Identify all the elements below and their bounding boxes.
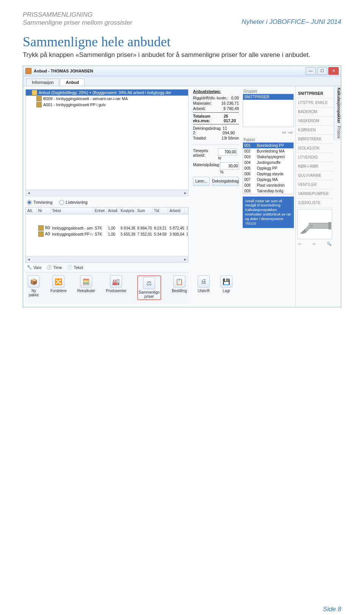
app-icon: [25, 68, 31, 74]
header-right: Nyheter i JOBOFFICE– JUNI 2014: [242, 18, 341, 26]
cat-item[interactable]: GULVVARME: [297, 171, 333, 180]
wrench-icon: 🔧: [27, 265, 32, 270]
body-text: Trykk på knappen «Sammenlign priser» i a…: [23, 51, 341, 59]
package-icon: [36, 102, 42, 107]
cat-item-active[interactable]: SNITTPRISER: [297, 89, 333, 98]
action-icon: 📦: [28, 275, 40, 288]
action-icon: 📋: [173, 275, 185, 288]
dekningsbidrag-button[interactable]: Dekningsbidrag: [212, 177, 239, 186]
pakke-item[interactable]: 003Stake/spylegren/: [243, 154, 293, 160]
cat-item[interactable]: SJEKKLISTE: [297, 198, 333, 208]
radio-listevisning[interactable]: Listevisning: [59, 200, 87, 205]
action-rekalkuler[interactable]: 🧮Rekalkuler: [77, 275, 95, 300]
package-icon: [36, 96, 42, 101]
page-title: Sammenligne hele anbudet: [23, 34, 341, 50]
window-title: Anbud - THOMAS JOHANSEN: [34, 69, 306, 73]
item-grid[interactable]: Alt. Nr Tekst Enhet Antall Kostpris Sum …: [25, 207, 188, 263]
action-icon: 🏭: [110, 275, 122, 288]
minimize-button[interactable]: —: [306, 67, 316, 75]
pakke-item[interactable]: 008Plast vannlednin: [243, 182, 293, 188]
radio-trevisning[interactable]: Trevisning: [27, 200, 52, 205]
scroll-left-icon[interactable]: ◂: [26, 190, 31, 195]
header-line1: PRISSAMMENLIGNING: [23, 11, 341, 19]
search-icon[interactable]: 🔍: [327, 242, 331, 246]
sidetab-prisbok[interactable]: Prisbok: [334, 124, 341, 140]
table-row[interactable]: A001Innbyggingsklosett PP i gulvSTK1,005…: [26, 231, 188, 237]
tree-item-root[interactable]: ▾ Anbud (Dagtidstillegg: 20%) + (Byggpro…: [26, 90, 188, 96]
action-icon: 🔀: [52, 275, 64, 288]
timepris-input[interactable]: [218, 148, 237, 156]
pakke-item[interactable]: 007Opplegg MA: [243, 177, 293, 182]
pakke-item[interactable]: 009Taknedløp bolig: [243, 188, 293, 194]
action-bestilling[interactable]: 📋Bestilling: [172, 275, 187, 300]
lonn-button[interactable]: Lønn...: [193, 177, 210, 186]
pakker-list[interactable]: 001Bunnledning PP002Bunnledning MA003Sta…: [243, 142, 294, 194]
text-icon: 📄: [67, 265, 72, 270]
prev-icon[interactable]: ⇦: [282, 129, 286, 135]
action-ny-pakke[interactable]: 📦Ny pakke: [28, 275, 40, 300]
grid-scrollbar[interactable]: ◂ ▸: [26, 256, 188, 262]
action-produsenter[interactable]: 🏭Produsenter: [106, 275, 126, 300]
pakke-item[interactable]: 006Opplegg støyde: [243, 171, 293, 177]
scroll-right-icon[interactable]: ▸: [182, 257, 188, 262]
tree-scrollbar[interactable]: ◂ ▸: [25, 190, 188, 196]
tree-item-label: B009 - Innbyggingsklosett - servant-rør-…: [43, 96, 128, 101]
svg-rect-1: [329, 222, 331, 229]
cat-item[interactable]: BADEROM: [297, 107, 333, 116]
prev-icon[interactable]: ⇦: [298, 242, 301, 246]
page-footer: Side 8: [323, 606, 341, 613]
package-icon: [38, 231, 44, 237]
cat-item[interactable]: RØRSTREKK: [297, 135, 333, 144]
next-icon[interactable]: ⇨: [312, 242, 315, 246]
tree-root-label: Anbud (Dagtidstillegg: 20%) + (Byggprose…: [39, 90, 171, 95]
package-icon: [38, 225, 44, 231]
cat-item[interactable]: UTVENDIG: [297, 153, 333, 162]
table-row[interactable]: B009Innbyggingsklosett - servant...STK1,…: [26, 225, 188, 231]
tool-tekst[interactable]: 📄Tekst: [67, 265, 83, 270]
tree-view[interactable]: ▾ Anbud (Dagtidstillegg: 20%) + (Byggpro…: [25, 89, 188, 190]
close-button[interactable]: ✕: [328, 67, 339, 75]
next-icon[interactable]: ⇨: [289, 129, 293, 135]
scroll-right-icon[interactable]: ▸: [182, 190, 188, 195]
action-sammenlign-priser[interactable]: ⚖Sammenlign priser: [137, 275, 162, 300]
tree-item[interactable]: B009 - Innbyggingsklosett - servant-rør-…: [26, 96, 188, 102]
collapse-icon[interactable]: ▾: [27, 90, 32, 95]
cat-item[interactable]: ISOLASJON: [297, 144, 333, 153]
groups-panel: Grupper SNITTPRISER ⇦⇨ Pakker 001Bunnled…: [241, 86, 295, 307]
tab-anbud[interactable]: Anbud: [60, 79, 85, 86]
cat-item[interactable]: KJØKKEN: [297, 126, 333, 135]
gruppe-item[interactable]: SNITTPRISER: [243, 94, 293, 100]
tree-item-label: A001 - Innbyggingsklosett PP i gulv: [43, 102, 106, 107]
tool-time[interactable]: 🕒Time: [47, 265, 62, 270]
pakke-item[interactable]: 002Bunnledning MA: [243, 148, 293, 154]
cat-item[interactable]: VENTILER: [297, 180, 333, 189]
paslag-input[interactable]: [220, 162, 239, 170]
pipe-icon: [298, 215, 332, 234]
cat-item[interactable]: VASKEROM: [297, 116, 333, 126]
action-iconbar: 📦Ny pakke🔀Fordelere🧮Rekalkuler🏭Produsent…: [25, 272, 188, 304]
folder-icon: [32, 90, 37, 95]
tab-informasjon[interactable]: Informasjon: [26, 79, 59, 86]
scroll-left-icon[interactable]: ◂: [26, 257, 31, 262]
maximize-button[interactable]: ☐: [317, 67, 327, 75]
pakker-heading: Pakker: [243, 138, 294, 142]
tool-vare[interactable]: 🔧Vare: [27, 265, 41, 270]
titlebar: Anbud - THOMAS JOHANSEN — ☐ ✕: [23, 66, 341, 76]
cat-item[interactable]: RØR-I-RØR: [297, 162, 333, 171]
summary-heading: Anbudsbeløp:: [193, 89, 239, 94]
tree-item[interactable]: A001 - Innbyggingsklosett PP i gulv: [26, 102, 188, 108]
pakke-item[interactable]: 005Opplegg PP: [243, 165, 293, 171]
info-box: Antall meter rør som vil medgå til bunnl…: [243, 197, 294, 228]
cat-item[interactable]: UTSTYR, ENKLE: [297, 98, 333, 107]
category-nav: SNITTPRISER UTSTYR, ENKLEBADEROMVASKEROM…: [295, 86, 334, 307]
pakke-item[interactable]: 001Bunnledning PP: [243, 143, 293, 148]
action-fordelere[interactable]: 🔀Fordelere: [50, 275, 67, 300]
cat-item[interactable]: VARME/PUMPER: [297, 189, 333, 198]
main-tabs: Informasjon Anbud: [23, 76, 341, 86]
action-icon: 🧮: [80, 275, 92, 288]
sidetab-kalkulasjon[interactable]: Kalkulasjonspakker: [334, 86, 341, 125]
grupper-heading: Grupper: [243, 89, 294, 94]
app-window: Anbud - THOMAS JOHANSEN — ☐ ✕ Informasjo…: [23, 66, 341, 308]
summary-panel: Anbudsbeløp: Riggidrift/div. kostn.:0,00…: [191, 86, 241, 307]
pakke-item[interactable]: 004Jordingsmuffe: [243, 160, 293, 165]
